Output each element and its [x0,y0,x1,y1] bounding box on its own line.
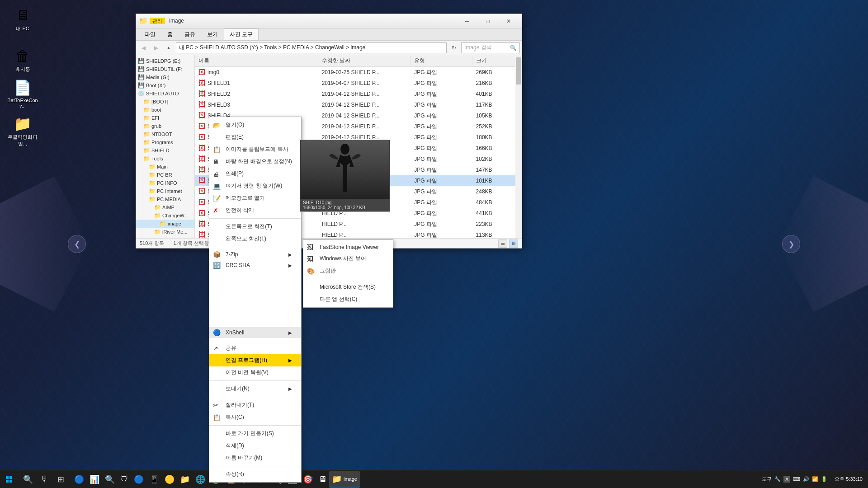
ctx-share[interactable]: ↗ 공유 [209,342,301,354]
ctx-cmd-window[interactable]: 💻 여기서 명령 창 열기(W) [209,180,301,192]
ctx-7zip[interactable]: 📦 7-Zip [209,249,301,260]
file-row[interactable]: 🖼 SHIELD1 2019-04-07 SHIELD P... JPG 파일 … [195,78,515,89]
up-button[interactable]: ▲ [163,42,174,53]
sidebar-item-pcmedia[interactable]: 📁 PC MEDIA [136,195,194,203]
taskbar-cortana[interactable]: 🎙 [36,470,52,488]
sidebar-item-changew[interactable]: 📁 ChangeW... [136,211,194,220]
ctx-safe-delete[interactable]: ✗ 안전히 삭제 [209,204,301,216]
ctx-copy-image[interactable]: 📋 이미지를 클립보드에 복사 [209,143,301,155]
ctx-rotate-left[interactable]: 왼쪽으로 회전(L) [209,233,301,245]
ctx-xnshell[interactable]: 🔵 XnShell [209,327,301,338]
sidebar-item-pcinfo[interactable]: 📁 PC INFO [136,179,194,187]
desktop-icon-recycle[interactable]: 🗑 휴지통 [5,45,41,75]
file-row[interactable]: 🖼 img0 2019-03-25 SHIELD P... JPG 파일 269… [195,67,515,78]
ctx-open[interactable]: 📂 열기(O) [209,119,301,131]
tab-view[interactable]: 보기 [201,28,224,40]
taskbar-icon-6[interactable]: 📱 [146,471,162,488]
file-row[interactable]: 🖼 SHIELD3 2019-04-12 SHIELD P... JPG 파일 … [195,99,515,110]
ctx-cut[interactable]: ✂ 잘라내기(T) [209,399,301,411]
forward-button[interactable]: ▶ [151,42,161,53]
ctx-restore-version[interactable]: 이전 버전 복원(V) [209,366,301,379]
openwith-faststone[interactable]: 🖼 FastStone Image Viewer [303,242,393,253]
sidebar-item-main[interactable]: 📁 Main [136,163,194,171]
ctx-set-wallpaper[interactable]: 🖥 바탕 화면 배경으로 설정(N) [209,155,301,168]
ctx-rename[interactable]: 이름 바꾸기(M) [209,452,301,464]
tab-share[interactable]: 공유 [179,28,201,40]
desktop-icon-my-pc[interactable]: 🖥 내 PC [5,5,41,34]
taskbar-icon-8[interactable]: 📁 [177,471,193,488]
taskbar-icon-5[interactable]: 🔵 [131,471,146,488]
start-button[interactable] [0,470,18,488]
tab-file[interactable]: 파일 [139,28,161,40]
desktop-icon-bat2exe[interactable]: 📄 BatToExeConv... [5,77,41,110]
openwith-store[interactable]: Microsoft Store 검색(S) [303,281,393,293]
view-large-button[interactable]: ⊞ [509,239,518,248]
sidebar-item-shield-folder[interactable]: 📁 SHIELD [136,146,194,155]
sidebar-item-efi[interactable]: 📁 EFI [136,114,194,122]
tab-photo-tools[interactable]: 사진 도구 [224,28,259,40]
sidebar-item-programs[interactable]: 📁 Programs [136,138,194,146]
taskbar-icon-7[interactable]: 🟡 [162,471,177,488]
sidebar-item-shieldpg[interactable]: 💾 SHIELDPG (E:) [136,57,194,65]
taskbar-search[interactable]: 🔍 [20,470,36,488]
tab-home[interactable]: 홈 [161,28,179,40]
ctx-copy[interactable]: 📋 복사(C) [209,411,301,423]
ctx-crcsha[interactable]: 🔢 CRC SHA [209,260,301,271]
ctx-print[interactable]: 🖨 인쇄(P) [209,168,301,180]
search-bar[interactable]: Image 검색 🔍 [461,42,520,53]
taskbar-icon-17[interactable]: 🖥 [316,471,329,488]
ctx-open-with[interactable]: 연결 프로그램(H) [209,354,301,366]
taskbar-taskview[interactable]: ⊞ [52,470,69,488]
taskbar-clock[interactable]: 오후 5:33:10 [831,476,866,483]
sidebar-item-boot[interactable]: 💾 Boot (X:) [136,81,194,89]
sidebar-item-iriver[interactable]: 📁 iRiver Me... [136,228,194,236]
sidebar-item-pcinternet[interactable]: 📁 PC Internet [136,187,194,195]
col-name[interactable]: 이름 [195,56,318,66]
desktop-icon-movie[interactable]: 📁 우클릭영화파일... [5,113,41,149]
ctx-edit[interactable]: 편집(E) [209,131,301,143]
taskbar-icon-2[interactable]: 📊 [87,471,102,488]
sidebar-item-ntboot[interactable]: 📁 NTBOOT [136,130,194,138]
file-icon: 🖼 [198,122,206,131]
sidebar-item-aimp[interactable]: 📁 AIMP [136,203,194,211]
sidebar-item-shieldutil[interactable]: 💾 SHIELDUTIL (F: [136,65,194,73]
ctx-properties[interactable]: 속성(R) [209,468,301,480]
sidebar-item-boot2[interactable]: 📁 boot [136,106,194,114]
sidebar-item-image[interactable]: 📁 image [136,220,194,228]
back-button[interactable]: ◀ [138,42,149,53]
taskbar-icon-1[interactable]: 🔵 [71,471,87,488]
breadcrumb[interactable]: 내 PC > SHIELD AUTO SSD (Y:) > Tools > PC… [176,42,447,53]
left-arrow-button[interactable]: ❮ [68,235,86,253]
openwith-other[interactable]: 다른 앱 선택(C) [303,293,393,305]
taskbar-icon-9[interactable]: 🌐 [193,471,208,488]
sidebar-item-grub[interactable]: 📁 grub [136,122,194,130]
taskbar-icon-16[interactable]: 🎯 [300,471,316,488]
refresh-button[interactable]: ↻ [448,42,459,53]
sidebar-item-boot-folder[interactable]: 📁 [BOOT] [136,98,194,106]
sidebar-item-shield-auto[interactable]: 💿 SHIELD AUTO [136,89,194,98]
ctx-create-shortcut[interactable]: 바로 가기 만들기(S) [209,427,301,440]
taskbar-icon-3[interactable]: 🔍 [102,471,118,488]
openwith-paint[interactable]: 🎨 그림판 [303,265,393,277]
ctx-rotate-right[interactable]: 오른쪽으로 회전(T) [209,221,301,233]
scrollbar-thumb[interactable] [516,57,521,84]
ctx-delete[interactable]: 삭제(D) [209,440,301,452]
maximize-button[interactable]: □ [477,14,498,28]
sidebar-item-pcbr[interactable]: 📁 PC BR [136,171,194,179]
col-type[interactable]: 유형 [410,56,472,66]
view-details-button[interactable]: ☰ [498,239,507,248]
col-size[interactable]: 크기 [472,56,515,66]
sidebar-item-tools[interactable]: 📁 Tools [136,155,194,163]
sidebar-item-media[interactable]: 💾 Media (G:) [136,73,194,81]
file-row[interactable]: 🖼 SHIELD2 2019-04-12 SHIELD P... JPG 파일 … [195,89,515,99]
ctx-send-to[interactable]: 보내기(N) [209,383,301,395]
minimize-button[interactable]: ─ [457,14,477,28]
scrollbar-vertical[interactable] [515,55,522,238]
ctx-notepad[interactable]: 📝 메모장으로 열기 [209,192,301,204]
taskbar-image-window[interactable]: 📁 image [329,471,360,488]
taskbar-icon-4[interactable]: 🛡 [118,471,131,488]
col-date[interactable]: 수정한 날짜 [318,56,411,66]
openwith-windows-photo[interactable]: 🖼 Windows 사진 뷰어 [303,253,393,265]
close-button[interactable]: ✕ [498,14,519,28]
right-arrow-button[interactable]: ❯ [782,235,800,253]
